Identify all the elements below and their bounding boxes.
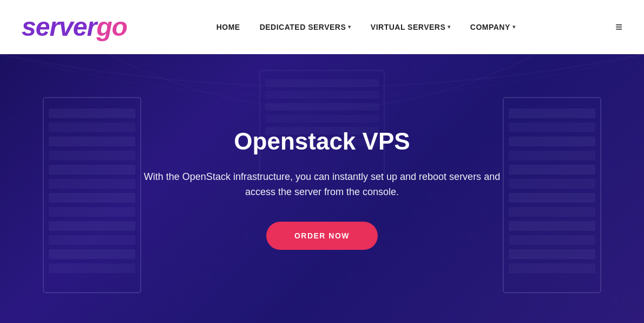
svg-rect-11 bbox=[49, 249, 135, 259]
nav-item-dedicated-servers[interactable]: DEDICATED SERVERS ▾ bbox=[260, 23, 351, 31]
svg-rect-14 bbox=[509, 108, 595, 118]
svg-rect-21 bbox=[509, 207, 595, 217]
svg-rect-10 bbox=[49, 235, 135, 245]
logo-server-text: server bbox=[22, 12, 96, 41]
svg-rect-5 bbox=[49, 165, 135, 175]
hero-title: Openstack VPS bbox=[143, 127, 501, 156]
svg-rect-12 bbox=[49, 263, 135, 273]
nav-label-virtual: VIRTUAL SERVERS bbox=[371, 23, 445, 31]
svg-rect-3 bbox=[49, 137, 135, 146]
nav-item-virtual-servers[interactable]: VIRTUAL SERVERS ▾ bbox=[371, 23, 451, 31]
svg-rect-4 bbox=[49, 151, 135, 160]
nav-label-company: COMPANY bbox=[470, 23, 510, 31]
svg-rect-20 bbox=[509, 193, 595, 203]
logo-go-text: go bbox=[96, 12, 127, 41]
svg-rect-2 bbox=[49, 122, 135, 132]
svg-rect-24 bbox=[509, 249, 595, 259]
svg-rect-25 bbox=[509, 263, 595, 273]
chevron-down-icon-dedicated: ▾ bbox=[348, 24, 351, 30]
svg-rect-8 bbox=[49, 207, 135, 217]
hero-subtitle: With the OpenStack infrastructure, you c… bbox=[143, 169, 501, 201]
chevron-down-icon-company: ▾ bbox=[512, 24, 516, 30]
hero-section: Openstack VPS With the OpenStack infrast… bbox=[0, 54, 644, 323]
header: servergo HOME DEDICATED SERVERS ▾ VIRTUA… bbox=[0, 0, 644, 54]
order-now-button[interactable]: ORDER NOW bbox=[266, 222, 378, 250]
svg-rect-22 bbox=[509, 221, 595, 231]
nav-label-dedicated: DEDICATED SERVERS bbox=[260, 23, 346, 31]
svg-rect-1 bbox=[49, 108, 135, 118]
logo[interactable]: servergo bbox=[22, 12, 127, 42]
main-nav: HOME DEDICATED SERVERS ▾ VIRTUAL SERVERS… bbox=[216, 23, 516, 31]
svg-rect-6 bbox=[49, 179, 135, 189]
hamburger-menu-icon[interactable]: ≡ bbox=[615, 20, 622, 34]
svg-rect-15 bbox=[509, 122, 595, 132]
svg-rect-9 bbox=[49, 221, 135, 231]
nav-label-home: HOME bbox=[216, 23, 240, 31]
svg-rect-17 bbox=[509, 151, 595, 160]
chevron-down-icon-virtual: ▾ bbox=[448, 24, 451, 30]
svg-rect-23 bbox=[509, 235, 595, 245]
hero-content: Openstack VPS With the OpenStack infrast… bbox=[133, 127, 511, 250]
nav-item-company[interactable]: COMPANY ▾ bbox=[470, 23, 516, 31]
svg-rect-7 bbox=[49, 193, 135, 203]
svg-rect-16 bbox=[509, 137, 595, 146]
svg-rect-18 bbox=[509, 165, 595, 175]
svg-rect-30 bbox=[265, 115, 379, 122]
svg-rect-19 bbox=[509, 179, 595, 189]
nav-item-home[interactable]: HOME bbox=[216, 23, 240, 31]
